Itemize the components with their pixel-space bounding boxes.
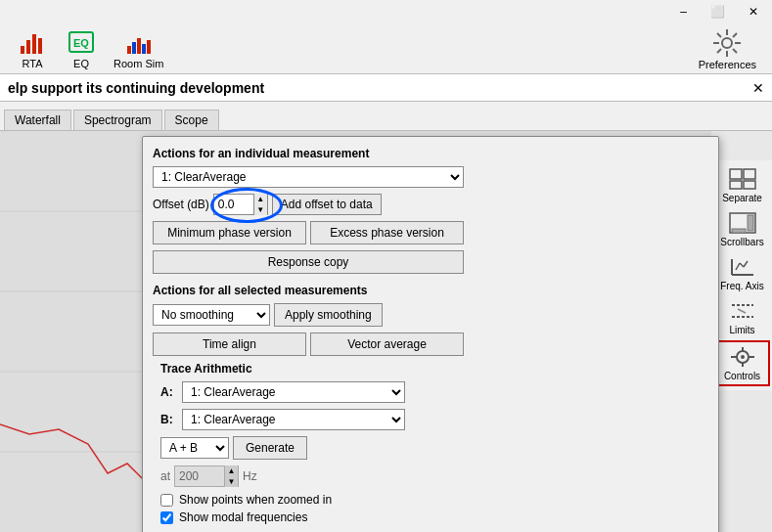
offset-input[interactable] — [214, 198, 253, 211]
dialog-right: Trace Arithmetic A: 1: ClearAverage B: 1… — [160, 362, 405, 528]
vector-average-button[interactable]: Vector average — [310, 332, 464, 356]
svg-rect-8 — [137, 38, 141, 54]
trace-a-dropdown[interactable]: 1: ClearAverage — [182, 381, 405, 403]
scrollbars-button[interactable]: Scrollbars — [715, 208, 770, 250]
svg-line-36 — [744, 261, 748, 267]
min-phase-button[interactable]: Minimum phase version — [153, 221, 306, 244]
align-average-row: Time align Vector average — [153, 332, 464, 356]
right-vert-toolbar: Separate Scrollbars Freq. Axis — [711, 160, 772, 390]
spin-up-button[interactable]: ▲ — [253, 194, 267, 204]
tab-spectrogram[interactable]: Spectrogram — [73, 110, 162, 130]
tab-waterfall[interactable]: Waterfall — [4, 110, 71, 130]
trace-a-row: A: 1: ClearAverage — [160, 381, 405, 403]
actions-all-title: Actions for all selected measurements — [153, 284, 464, 297]
freq-input[interactable] — [175, 469, 224, 483]
banner-close[interactable]: ✕ — [752, 80, 764, 96]
svg-rect-30 — [748, 215, 753, 231]
svg-line-19 — [717, 49, 721, 53]
controls-icon — [728, 345, 757, 369]
measurement-dropdown-row: 1: ClearAverage — [153, 166, 464, 188]
tabs-bar: Waterfall Spectrogram Scope — [0, 102, 772, 131]
scrollbars-label: Scrollbars — [720, 237, 763, 247]
limits-label: Limits — [729, 325, 754, 335]
svg-rect-27 — [730, 181, 742, 189]
svg-line-39 — [738, 309, 746, 313]
eq-button[interactable]: EQ EQ — [57, 24, 106, 73]
svg-line-16 — [717, 33, 721, 37]
response-copy-button[interactable]: Response copy — [153, 250, 464, 274]
add-offset-button[interactable]: Add offset to data — [272, 194, 382, 215]
svg-rect-3 — [38, 38, 42, 54]
freq-spin-down[interactable]: ▼ — [224, 476, 238, 487]
eq-icon: EQ — [68, 28, 95, 56]
controls-button[interactable]: Controls — [715, 340, 770, 386]
dialog: Actions for an individual measurement 1:… — [142, 136, 719, 532]
dialog-left: Actions for an individual measurement 1:… — [153, 147, 464, 362]
title-bar: – ⬜ ✕ — [0, 0, 772, 23]
trace-b-dropdown[interactable]: 1: ClearAverage — [182, 409, 405, 430]
svg-line-35 — [740, 263, 744, 267]
controls-label: Controls — [724, 371, 760, 381]
freq-spin-buttons: ▲ ▼ — [224, 466, 238, 487]
freq-row: at ▲ ▼ Hz — [160, 466, 405, 487]
show-modal-label: Show modal frequencies — [179, 510, 307, 524]
preferences-button[interactable]: Preferences — [691, 23, 764, 74]
show-modal-row: Show modal frequencies — [160, 510, 405, 524]
generate-button[interactable]: Generate — [233, 436, 307, 460]
close-button[interactable]: ✕ — [743, 3, 764, 21]
scrollbars-icon — [728, 211, 757, 235]
freq-input-wrap: ▲ ▼ — [174, 466, 239, 487]
separate-label: Separate — [722, 193, 762, 203]
actions-individual-title: Actions for an individual measurement — [153, 147, 464, 160]
show-points-row: Show points when zoomed in — [160, 493, 405, 507]
maximize-button[interactable]: ⬜ — [704, 3, 731, 21]
spin-down-button[interactable]: ▼ — [253, 204, 267, 215]
tab-scope[interactable]: Scope — [164, 110, 219, 130]
show-points-checkbox[interactable] — [160, 494, 173, 507]
roomsim-icon — [125, 28, 153, 56]
op-dropdown[interactable]: A + B A - B A * B — [160, 437, 229, 459]
svg-rect-10 — [147, 40, 151, 54]
svg-line-18 — [733, 33, 737, 37]
spin-buttons: ▲ ▼ — [253, 194, 267, 215]
svg-line-34 — [736, 263, 740, 270]
preferences-icon — [711, 27, 743, 59]
freq-axis-label: Freq. Axis — [720, 281, 763, 291]
limits-icon — [728, 299, 757, 323]
time-align-button[interactable]: Time align — [153, 332, 306, 356]
svg-rect-7 — [132, 42, 136, 54]
trace-b-label: B: — [160, 413, 178, 426]
minimize-button[interactable]: – — [674, 3, 693, 21]
hz-label: Hz — [243, 469, 257, 483]
svg-rect-1 — [26, 40, 30, 54]
svg-rect-26 — [744, 169, 755, 179]
excess-phase-button[interactable]: Excess phase version — [310, 221, 464, 244]
main-area: Actions for an individual measurement 1:… — [0, 131, 772, 532]
smoothing-row: No smoothing 1/1 1/3 1/6 Apply smoothing — [153, 303, 464, 327]
limits-button[interactable]: Limits — [715, 296, 770, 338]
at-label: at — [160, 469, 170, 483]
generate-row: A + B A - B A * B Generate — [160, 436, 405, 460]
offset-input-wrap: ▲ ▼ — [213, 194, 268, 215]
smoothing-dropdown[interactable]: No smoothing 1/1 1/3 1/6 — [153, 304, 270, 326]
rta-icon — [19, 28, 46, 56]
rta-button[interactable]: RTA — [8, 24, 57, 73]
apply-smoothing-button[interactable]: Apply smoothing — [274, 303, 383, 327]
separate-button[interactable]: Separate — [715, 164, 770, 206]
banner: elp support its continuing development ✕ — [0, 74, 772, 102]
trace-a-label: A: — [160, 385, 178, 399]
freq-axis-button[interactable]: Freq. Axis — [715, 252, 770, 294]
svg-rect-31 — [732, 229, 746, 233]
svg-point-11 — [722, 38, 732, 48]
roomsim-button[interactable]: Room Sim — [106, 24, 171, 73]
freq-spin-up[interactable]: ▲ — [224, 466, 238, 476]
measurement-dropdown[interactable]: 1: ClearAverage — [153, 166, 464, 188]
separate-icon — [728, 167, 757, 191]
show-modal-checkbox[interactable] — [160, 511, 173, 524]
svg-point-41 — [741, 355, 745, 359]
svg-rect-0 — [21, 46, 24, 54]
svg-rect-28 — [744, 181, 755, 189]
main-toolbar: RTA EQ EQ Room Sim Prefere — [0, 23, 772, 74]
svg-text:EQ: EQ — [73, 37, 89, 49]
svg-line-17 — [733, 49, 737, 53]
